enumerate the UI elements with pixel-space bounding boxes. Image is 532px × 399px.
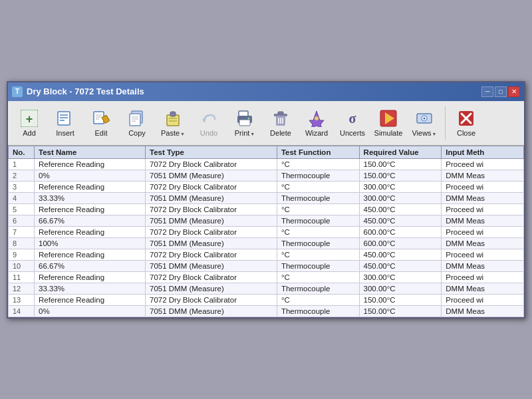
table-row[interactable]: 14 0% 7051 DMM (Measure) Thermocouple 15…: [9, 305, 524, 317]
table-row[interactable]: 6 66.67% 7051 DMM (Measure) Thermocouple…: [9, 215, 524, 226]
views-button[interactable]: Views ▼: [407, 104, 442, 142]
table-row[interactable]: 13 Reference Reading 7072 Dry Block Cali…: [9, 294, 524, 305]
add-label: Add: [23, 129, 36, 137]
svg-rect-2: [58, 112, 70, 125]
simulate-label: Simulate: [374, 129, 403, 137]
cell-no: 6: [9, 215, 35, 226]
cell-inputmeth: DMM Meas: [442, 237, 524, 249]
simulate-button[interactable]: Simulate: [371, 104, 406, 142]
cell-testfunc: °C: [277, 294, 359, 305]
cell-reqval: 600.00°C: [359, 226, 442, 237]
cell-testfunc: Thermocouple: [277, 260, 359, 271]
svg-marker-20: [202, 119, 206, 122]
cell-inputmeth: Proceed wi: [442, 226, 524, 237]
cell-inputmeth: Proceed wi: [442, 181, 524, 192]
maximize-button[interactable]: □: [495, 86, 507, 97]
cell-testtype: 7072 Dry Block Calibrator: [145, 271, 277, 283]
cell-testname: Reference Reading: [35, 249, 146, 260]
copy-button[interactable]: Copy: [120, 104, 154, 142]
main-window: T Dry Block - 7072 Test Details ─ □ ✕ + …: [7, 81, 525, 319]
svg-text:σ: σ: [349, 111, 356, 126]
cell-reqval: 300.00°C: [359, 181, 442, 192]
cell-no: 12: [9, 283, 35, 294]
window-title: Dry Block - 7072 Test Details: [27, 86, 144, 96]
close-icon: [457, 109, 475, 128]
uncerts-label: Uncerts: [340, 129, 365, 137]
copy-label: Copy: [128, 129, 146, 137]
insert-button[interactable]: Insert: [48, 104, 82, 142]
paste-button[interactable]: Paste ▼: [156, 104, 190, 142]
table-row[interactable]: 5 Reference Reading 7072 Dry Block Calib…: [9, 203, 524, 215]
cell-no: 11: [9, 271, 35, 283]
views-label: Views: [412, 129, 431, 137]
cell-testtype: 7051 DMM (Measure): [145, 192, 277, 203]
uncerts-button[interactable]: σ Uncerts: [335, 104, 370, 142]
data-table-container: No. Test Name Test Type Test Function Re…: [8, 146, 524, 317]
add-button[interactable]: + Add: [12, 104, 47, 142]
cell-testtype: 7072 Dry Block Calibrator: [145, 294, 277, 305]
cell-no: 5: [9, 203, 35, 215]
wizard-button[interactable]: Wizard: [299, 104, 334, 142]
table-row[interactable]: 4 33.33% 7051 DMM (Measure) Thermocouple…: [9, 192, 524, 203]
col-header-testname: Test Name: [35, 146, 146, 158]
cell-inputmeth: DMM Meas: [442, 192, 524, 203]
cell-testfunc: °C: [277, 181, 359, 192]
simulate-icon: [379, 109, 398, 128]
cell-testname: Reference Reading: [35, 158, 146, 170]
table-header-row: No. Test Name Test Type Test Function Re…: [9, 146, 524, 158]
wizard-label: Wizard: [305, 129, 328, 137]
undo-button[interactable]: Undo: [192, 104, 226, 142]
table-row[interactable]: 10 66.67% 7051 DMM (Measure) Thermocoupl…: [9, 260, 524, 271]
table-row[interactable]: 8 100% 7051 DMM (Measure) Thermocouple 6…: [9, 237, 524, 249]
table-row[interactable]: 11 Reference Reading 7072 Dry Block Cali…: [9, 271, 524, 283]
close-button[interactable]: Close: [449, 104, 483, 142]
cell-inputmeth: DMM Meas: [442, 283, 524, 294]
cell-inputmeth: Proceed wi: [442, 249, 524, 260]
title-bar-left: T Dry Block - 7072 Test Details: [12, 86, 144, 97]
svg-point-39: [424, 117, 426, 119]
table-row[interactable]: 2 0% 7051 DMM (Measure) Thermocouple 150…: [9, 170, 524, 181]
minimize-button[interactable]: ─: [481, 86, 493, 97]
table-row[interactable]: 12 33.33% 7051 DMM (Measure) Thermocoupl…: [9, 283, 524, 294]
cell-testfunc: °C: [277, 203, 359, 215]
cell-testfunc: °C: [277, 226, 359, 237]
cell-inputmeth: DMM Meas: [442, 305, 524, 317]
cell-reqval: 600.00°C: [359, 237, 442, 249]
cell-testtype: 7051 DMM (Measure): [145, 170, 277, 181]
table-row[interactable]: 3 Reference Reading 7072 Dry Block Calib…: [9, 181, 524, 192]
cell-reqval: 300.00°C: [359, 192, 442, 203]
svg-rect-21: [239, 111, 248, 116]
delete-button[interactable]: Delete: [263, 104, 298, 142]
app-icon: T: [12, 86, 23, 97]
svg-point-32: [315, 116, 319, 120]
cell-testtype: 7072 Dry Block Calibrator: [145, 226, 277, 237]
cell-testname: 66.67%: [35, 215, 146, 226]
table-row[interactable]: 7 Reference Reading 7072 Dry Block Calib…: [9, 226, 524, 237]
cell-no: 9: [9, 249, 35, 260]
toolbar-separator: [445, 106, 446, 140]
undo-icon: [200, 109, 218, 128]
print-icon: [235, 109, 254, 128]
table-row[interactable]: 1 Reference Reading 7072 Dry Block Calib…: [9, 158, 524, 170]
cell-testname: Reference Reading: [35, 226, 146, 237]
cell-testtype: 7072 Dry Block Calibrator: [145, 158, 277, 170]
cell-testtype: 7051 DMM (Measure): [145, 215, 277, 226]
print-button[interactable]: Print ▼: [227, 104, 262, 142]
col-header-no: No.: [9, 146, 35, 158]
cell-testfunc: Thermocouple: [277, 215, 359, 226]
edit-button[interactable]: Edit: [84, 104, 118, 142]
cell-testname: Reference Reading: [35, 181, 146, 192]
table-row[interactable]: 9 Reference Reading 7072 Dry Block Calib…: [9, 249, 524, 260]
col-header-testfunc: Test Function: [277, 146, 359, 158]
cell-testtype: 7051 DMM (Measure): [145, 283, 277, 294]
cell-testfunc: °C: [277, 271, 359, 283]
cell-testfunc: Thermocouple: [277, 283, 359, 294]
cell-testtype: 7051 DMM (Measure): [145, 260, 277, 271]
close-window-button[interactable]: ✕: [508, 86, 520, 97]
cell-testfunc: °C: [277, 158, 359, 170]
cell-inputmeth: DMM Meas: [442, 170, 524, 181]
cell-reqval: 300.00°C: [359, 271, 442, 283]
undo-label: Undo: [200, 129, 217, 137]
paste-label: Paste: [161, 129, 180, 137]
views-icon: [415, 109, 434, 128]
